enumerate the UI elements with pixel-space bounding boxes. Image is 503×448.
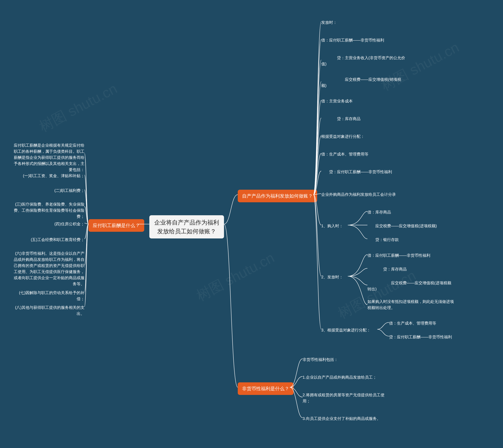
sub1-label: 1、购入时：: [321, 222, 343, 230]
leaf-left-2: (二)职工福利费；: [12, 187, 84, 194]
watermark: 树图 shutu.cn: [335, 266, 419, 323]
branch-self-product[interactable]: 自产产品作为福利发放如何做账？: [238, 190, 317, 202]
sub3-0: 借：生产成本、管理费用等: [389, 320, 436, 327]
leaf-ra-3: 应交税费——应交增值税(销项税额): [321, 76, 406, 89]
leaf-ra-7: 借：生产成本、管理费用等: [321, 150, 368, 158]
sub3-label: 3、根据受益对象进行分配：: [321, 326, 371, 334]
leaf-ra-0: 发放时：: [321, 19, 337, 26]
sub1-0: 借：库存商品: [367, 208, 391, 216]
leaf-ra-9: 企业外购商品作为福利发放给员工会计分录: [321, 191, 396, 198]
branch-non-monetary[interactable]: 非货币性福利是什么？: [238, 382, 294, 395]
leaf-rb-3: 3.向员工提供企业支付了补贴的商品或服务。: [303, 415, 381, 422]
sub1-2: 贷：银行存款: [367, 236, 399, 243]
branch-salary[interactable]: 应付职工薪酬是什么？: [88, 219, 144, 232]
root-node[interactable]: 企业将自产产品作为福利发放给员工如何做账？: [149, 215, 224, 239]
leaf-left-3: (三)医疗保险费、养老保险费、失业保险费、工伤保险费和生育保险费等社会保险费；: [12, 201, 84, 220]
leaf-left-4: (四)住房公积金；: [12, 220, 84, 228]
leaf-rb-2: 2.将拥有或租赁的房屋等资产无偿提供给员工使用；: [303, 391, 385, 405]
leaf-ra-6: 根据受益对象进行分配：: [321, 133, 364, 140]
leaf-rb-0: 非货币性福利包括：: [303, 356, 338, 364]
leaf-ra-1: 借：应付职工薪酬——非货币性福利: [321, 36, 384, 44]
sub2-1: 贷：库存商品: [367, 265, 407, 273]
leaf-ra-8: 贷：应付职工薪酬——非货币性福利: [321, 168, 392, 176]
leaf-left-6: (六)非货币性福利。这是指企业以自产产品或外购商品发放给职工作为福利，将自己拥有…: [12, 250, 84, 288]
sub3-1: 贷：应付职工薪酬——非货币性福利: [389, 333, 452, 341]
watermark: 树图 shutu.cn: [36, 79, 120, 136]
sub2-2: 应交税费——应交增值税(进项税额转出): [367, 279, 452, 293]
sub2-label: 2、发放时：: [321, 273, 343, 281]
leaf-rb-1: 1.企业以自产产品或外购商品发放给员工；: [303, 373, 377, 381]
leaf-left-7: (七)因解除与职工的劳动关系给予的补偿；: [12, 289, 84, 303]
leaf-left-5: (五)工会经费和职工教育经费；: [12, 236, 84, 243]
sub2-3: 如果购入时没有抵扣进项税额，则此处无须做进项税额转出处理。: [367, 298, 454, 312]
leaf-ra-5: 贷：库存商品: [321, 115, 361, 123]
sub2-0: 借：应付职工薪酬——非货币性福利: [367, 252, 430, 259]
watermark: 树图 shutu.cn: [193, 248, 278, 305]
leaf-ra-2: 贷：主营业务收入(非货币资产的公允价值): [321, 54, 406, 68]
leaf-left-8: (八)其他与获得职工提供的服务相关的支出。: [12, 304, 84, 318]
leaf-ra-4: 借：主营业务成本: [321, 97, 353, 105]
leaf-left-1: (一)职工工资、奖金、津贴和补贴；: [12, 172, 84, 180]
sub1-1: 应交税费——应交增值税(进项税额): [367, 222, 437, 230]
leaf-left-0: 应付职工薪酬是企业根据有关规定应付给职工的各种薪酬，属于负债类科目。职工薪酬是指…: [12, 142, 84, 174]
